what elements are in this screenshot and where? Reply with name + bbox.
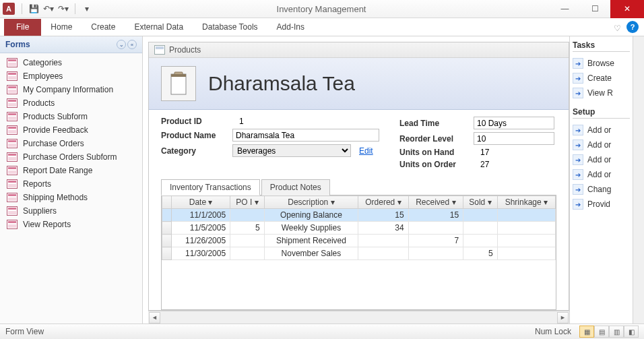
- nav-item-purchase-orders[interactable]: Purchase Orders: [0, 137, 142, 150]
- nav-shutter-icon[interactable]: «: [127, 40, 137, 49]
- task-link[interactable]: ➔Chang: [573, 182, 630, 197]
- tab-create[interactable]: Create: [82, 19, 125, 36]
- layout-view-button[interactable]: ▥: [609, 326, 624, 338]
- design-view-button[interactable]: ◧: [624, 326, 639, 338]
- horizontal-scrollbar[interactable]: ◄ ►: [148, 311, 569, 323]
- nav-item-purchase-orders-subform[interactable]: Purchase Orders Subform: [0, 150, 142, 164]
- task-link[interactable]: ➔Add or: [573, 167, 630, 182]
- cell-ordered[interactable]: [358, 247, 408, 260]
- task-link[interactable]: ➔Create: [573, 71, 630, 86]
- redo-icon[interactable]: ↷▾: [57, 3, 69, 15]
- nav-item-products-subform[interactable]: Products Subform: [0, 110, 142, 123]
- row-selector-header[interactable]: [162, 196, 172, 209]
- col-received[interactable]: Received ▾: [408, 196, 463, 209]
- col-description[interactable]: Description ▾: [264, 196, 358, 209]
- undo-icon[interactable]: ↶▾: [42, 3, 55, 15]
- nav-item-shipping-methods[interactable]: Shipping Methods: [0, 191, 142, 204]
- row-selector[interactable]: [162, 247, 172, 260]
- close-button[interactable]: ✕: [610, 0, 644, 18]
- task-link[interactable]: ➔Add or: [573, 137, 630, 152]
- nav-collapse-icon[interactable]: ⌄: [117, 40, 126, 49]
- row-selector[interactable]: [162, 222, 172, 235]
- cell-shrinkage[interactable]: [497, 247, 555, 260]
- col-ordered[interactable]: Ordered ▾: [358, 196, 408, 209]
- lead-time-input[interactable]: [474, 117, 554, 129]
- nav-item-categories[interactable]: Categories: [0, 56, 142, 69]
- qat-customize-icon[interactable]: ▾: [81, 3, 93, 15]
- cell-po[interactable]: [230, 235, 265, 247]
- cell-po[interactable]: [230, 247, 265, 260]
- document-tab[interactable]: Products: [149, 42, 569, 58]
- tab-file[interactable]: File: [4, 19, 41, 36]
- tab-product-notes[interactable]: Product Notes: [261, 179, 330, 195]
- row-selector[interactable]: [162, 209, 172, 222]
- datasheet-view-button[interactable]: ▤: [594, 326, 609, 338]
- cell-po[interactable]: 5: [230, 222, 265, 235]
- col-po-i[interactable]: PO I ▾: [230, 196, 265, 209]
- minimize-button[interactable]: —: [550, 0, 580, 18]
- cell-description[interactable]: Opening Balance: [264, 209, 358, 222]
- cell-description[interactable]: November Sales: [264, 247, 358, 260]
- tab-add-ins[interactable]: Add-Ins: [267, 19, 314, 36]
- nav-item-my-company-information[interactable]: My Company Information: [0, 83, 142, 96]
- nav-item-view-reports[interactable]: View Reports: [0, 218, 142, 231]
- cell-received[interactable]: 7: [408, 235, 463, 247]
- task-link[interactable]: ➔Add or: [573, 152, 630, 167]
- cell-ordered[interactable]: 15: [358, 209, 408, 222]
- nav-header[interactable]: Forms ⌄«: [0, 36, 142, 53]
- row-selector[interactable]: [162, 235, 172, 247]
- cell-sold[interactable]: [463, 209, 498, 222]
- nav-item-products[interactable]: Products: [0, 96, 142, 110]
- feedback-icon[interactable]: ♡: [614, 24, 621, 33]
- cell-received[interactable]: [408, 247, 463, 260]
- scroll-right-icon[interactable]: ►: [557, 312, 569, 323]
- cell-received[interactable]: 15: [408, 209, 463, 222]
- nav-item-suppliers[interactable]: Suppliers: [0, 204, 142, 218]
- cell-description[interactable]: Shipment Received: [264, 235, 358, 247]
- nav-item-provide-feedback[interactable]: Provide Feedback: [0, 123, 142, 137]
- col-sold[interactable]: Sold ▾: [463, 196, 498, 209]
- cell-sold[interactable]: 5: [463, 247, 498, 260]
- table-row[interactable]: 11/26/2005Shipment Received7: [162, 235, 556, 247]
- tab-database-tools[interactable]: Database Tools: [193, 19, 267, 36]
- nav-item-report-date-range[interactable]: Report Date Range: [0, 164, 142, 177]
- cell-shrinkage[interactable]: [497, 235, 555, 247]
- task-link[interactable]: ➔View R: [573, 86, 630, 100]
- maximize-button[interactable]: ☐: [580, 0, 610, 18]
- help-icon[interactable]: ?: [626, 21, 639, 33]
- cell-ordered[interactable]: 34: [358, 222, 408, 235]
- tab-external-data[interactable]: External Data: [125, 19, 193, 36]
- cell-shrinkage[interactable]: [497, 222, 555, 235]
- product-name-input[interactable]: [232, 129, 379, 142]
- table-row[interactable]: 11/30/2005November Sales5: [162, 247, 556, 260]
- cell-ordered[interactable]: [358, 235, 408, 247]
- cell-date[interactable]: 11/26/2005: [172, 235, 230, 247]
- save-icon[interactable]: 💾: [28, 3, 40, 15]
- cell-description[interactable]: Weekly Supplies: [264, 222, 358, 235]
- edit-category-link[interactable]: Edit: [359, 146, 373, 156]
- table-row[interactable]: 11/5/20055Weekly Supplies34: [162, 222, 556, 235]
- cell-date[interactable]: 11/1/2005: [172, 209, 230, 222]
- task-link[interactable]: ➔Browse: [573, 56, 630, 71]
- table-row[interactable]: 11/1/2005Opening Balance1515: [162, 209, 556, 222]
- cell-sold[interactable]: [463, 235, 498, 247]
- cell-shrinkage[interactable]: [497, 209, 555, 222]
- scroll-left-icon[interactable]: ◄: [149, 312, 160, 323]
- nav-item-employees[interactable]: Employees: [0, 69, 142, 83]
- col-shrinkage[interactable]: Shrinkage ▾: [497, 196, 555, 209]
- task-link[interactable]: ➔Add or: [573, 123, 630, 137]
- cell-po[interactable]: [230, 209, 265, 222]
- col-date[interactable]: Date ▾: [172, 196, 230, 209]
- cell-sold[interactable]: [463, 222, 498, 235]
- category-select[interactable]: Beverages: [232, 144, 351, 157]
- cell-date[interactable]: 11/5/2005: [172, 222, 230, 235]
- reorder-level-input[interactable]: [474, 132, 554, 145]
- form-view-button[interactable]: ▦: [579, 326, 594, 338]
- cell-date[interactable]: 11/30/2005: [172, 247, 230, 260]
- tab-home[interactable]: Home: [41, 19, 82, 36]
- vertical-scrollbar[interactable]: [633, 36, 644, 323]
- nav-item-reports[interactable]: Reports: [0, 177, 142, 191]
- task-link[interactable]: ➔Provid: [573, 197, 630, 212]
- cell-received[interactable]: [408, 222, 463, 235]
- tab-inventory-transactions[interactable]: Inventory Transactions: [161, 179, 260, 195]
